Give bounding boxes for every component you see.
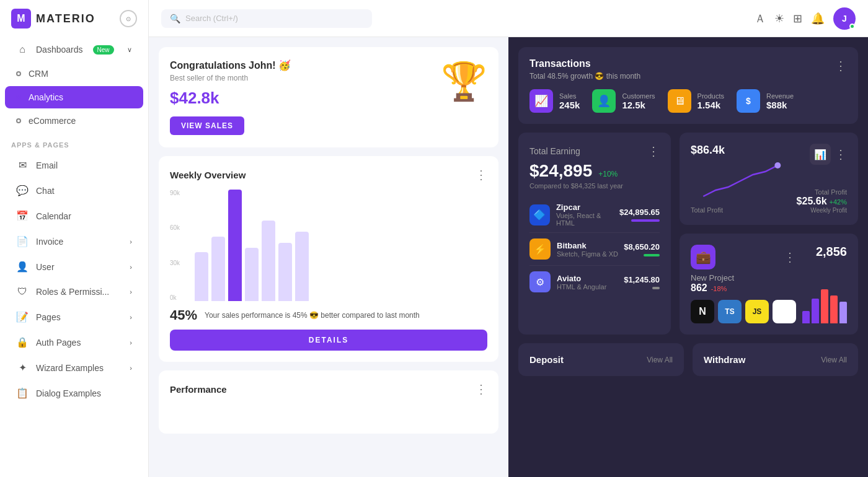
sidebar-item-email[interactable]: ✉ Email xyxy=(5,153,143,177)
withdraw-card: Withdraw View All xyxy=(693,343,858,376)
sidebar-logo: M MATERIO ⊙ xyxy=(0,0,148,37)
earning-row-bitbank: ⚡ Bitbank Sketch, Figma & XD $8,650.20 xyxy=(529,233,660,266)
withdraw-title: Withdraw xyxy=(704,354,745,365)
sidebar-item-roles[interactable]: 🛡 Roles & Permissi... › xyxy=(5,280,143,304)
brightness-icon[interactable]: ☀ xyxy=(774,12,784,25)
sidebar-item-calendar[interactable]: 📅 Calendar xyxy=(5,204,143,228)
ecommerce-dot xyxy=(16,118,21,123)
dialog-icon: 📋 xyxy=(16,387,29,399)
perf-title: Performance xyxy=(170,384,227,395)
earning-row-zipcar: 🔷 Zipcar Vuejs, React & HTML $24,895.65 xyxy=(529,197,660,233)
weekly-profit-change: +42% xyxy=(830,198,847,206)
congrats-amount: $42.8k xyxy=(170,89,435,108)
weekly-overview-card: Weekly Overview ⋮ 90k 60k 30k 0k xyxy=(159,156,498,362)
new-project-card: 💼 ⋮ New Project 862 -18% N TS xyxy=(680,234,858,335)
crm-dot xyxy=(16,71,21,76)
sidebar-item-crm[interactable]: CRM xyxy=(5,63,143,85)
bar-5 xyxy=(262,221,275,301)
bar-2 xyxy=(211,237,225,301)
sidebar-item-invoice[interactable]: 📄 Invoice › xyxy=(5,229,143,253)
top-header: 🔍 Search (Ctrl+/) Ａ ☀ ⊞ 🔔 J xyxy=(149,0,868,37)
profit-right-info: Total Profit $25.6k +42% Weekly Profit xyxy=(797,188,847,214)
transactions-card: Transactions Total 48.5% growth 😎 this m… xyxy=(518,47,858,124)
deposit-view-all[interactable]: View All xyxy=(647,356,673,364)
sales-icon: 📈 xyxy=(529,89,553,113)
calendar-icon: 📅 xyxy=(16,210,29,222)
profit-menu-button[interactable]: ⋮ xyxy=(835,147,847,162)
sidebar-item-user[interactable]: 👤 User › xyxy=(5,255,143,279)
ts-logo: TS xyxy=(718,300,742,323)
earning-header: Total Earning ⋮ xyxy=(529,144,660,159)
congrats-title: Congratulations John! 🥳 xyxy=(170,59,435,71)
earning-amount: $24,895 xyxy=(529,161,592,181)
earning-menu-button[interactable]: ⋮ xyxy=(647,144,660,159)
deposit-withdraw-row: Deposit View All Withdraw View All xyxy=(518,343,858,376)
chevron-right-icon: › xyxy=(130,288,132,295)
products-icon: 🖥 xyxy=(668,89,691,113)
np-left: 💼 ⋮ New Project 862 -18% N TS xyxy=(691,245,796,323)
withdraw-view-all[interactable]: View All xyxy=(821,356,847,364)
briefcase-icon: 💼 xyxy=(691,245,715,269)
translate-icon[interactable]: Ａ xyxy=(755,11,766,26)
chevron-right-icon: › xyxy=(130,364,132,372)
np-right: 2,856 xyxy=(802,245,847,323)
dashboards-icon: ⌂ xyxy=(16,44,29,55)
email-icon: ✉ xyxy=(16,159,29,171)
weekly-chart: 90k 60k 30k 0k xyxy=(170,190,487,301)
right-panel: Transactions Total 48.5% growth 😎 this m… xyxy=(508,37,868,477)
avatar-online-dot xyxy=(849,24,855,29)
revenue-icon: $ xyxy=(737,89,760,113)
sidebar-item-dashboards[interactable]: ⌂ Dashboards New ∨ xyxy=(5,38,143,61)
chevron-right-icon: › xyxy=(130,238,132,245)
content-area: Congratulations John! 🥳 Best seller of t… xyxy=(149,37,868,477)
sidebar-item-wizard[interactable]: ✦ Wizard Examples › xyxy=(5,356,143,380)
aviato-icon: ⚙ xyxy=(529,271,551,292)
avatar[interactable]: J xyxy=(833,7,856,30)
np-menu-button[interactable]: ⋮ xyxy=(784,250,796,265)
sidebar-item-auth[interactable]: 🔒 Auth Pages › xyxy=(5,330,143,354)
weekly-percentage: 45% xyxy=(170,307,197,323)
sidebar-item-analytics[interactable]: Analytics xyxy=(5,86,143,108)
sidebar-item-chat[interactable]: 💬 Chat xyxy=(5,178,143,203)
zipcar-progress xyxy=(631,219,660,222)
weekly-menu-icon[interactable]: ⋮ xyxy=(475,167,487,182)
bar-chart-icon: 📊 xyxy=(810,144,831,165)
brand-name: MATERIO xyxy=(36,12,95,25)
profit-line-chart xyxy=(691,159,790,203)
svg-point-0 xyxy=(774,162,781,168)
wizard-icon: ✦ xyxy=(16,362,29,374)
bar-4 xyxy=(245,248,259,301)
analytics-dot xyxy=(16,95,21,100)
aviato-progress xyxy=(652,287,660,289)
earning-profit-row: Total Earning ⋮ $24,895 +10% Compared to… xyxy=(518,133,858,335)
profit-label: Total Profit xyxy=(691,206,790,214)
perf-menu-icon[interactable]: ⋮ xyxy=(475,382,487,396)
trans-menu-button[interactable]: ⋮ xyxy=(835,58,847,73)
np-label: New Project xyxy=(691,273,796,282)
grid-icon[interactable]: ⊞ xyxy=(793,12,802,25)
mini-bars xyxy=(802,286,847,323)
user-icon: 👤 xyxy=(16,261,29,273)
nextjs-logo: N xyxy=(691,300,714,323)
search-icon: 🔍 xyxy=(170,14,180,24)
weekly-note: Your sales performance is 45% 😎 better c… xyxy=(205,311,420,320)
sidebar-toggle[interactable]: ⊙ xyxy=(120,10,137,27)
earning-growth: +10% xyxy=(598,170,618,178)
header-right: Ａ ☀ ⊞ 🔔 J xyxy=(755,7,856,30)
total-profit-card: $86.4k Total Profit 📊 ⋮ xyxy=(680,133,858,225)
view-sales-button[interactable]: VIEW SALES xyxy=(170,116,244,135)
details-button[interactable]: DETAILS xyxy=(170,330,487,351)
profit-chart-area: $86.4k Total Profit xyxy=(691,144,790,214)
search-box[interactable]: 🔍 Search (Ctrl+/) xyxy=(161,9,372,28)
pages-icon: 📝 xyxy=(16,311,29,323)
customers-icon: 👤 xyxy=(592,89,616,113)
sidebar-item-dialog[interactable]: 📋 Dialog Examples xyxy=(5,381,143,405)
earning-compare: Compared to $84,325 last year xyxy=(529,182,660,190)
figma-logo: ✦ xyxy=(773,300,796,323)
sidebar-item-ecommerce[interactable]: eCommerce xyxy=(5,110,143,132)
logo-icon: M xyxy=(11,9,31,28)
trans-subtitle: Total 48.5% growth 😎 this month xyxy=(529,72,640,81)
apps-pages-label: APPS & PAGES xyxy=(0,133,148,152)
sidebar-item-pages[interactable]: 📝 Pages › xyxy=(5,305,143,329)
bell-icon[interactable]: 🔔 xyxy=(811,12,825,25)
